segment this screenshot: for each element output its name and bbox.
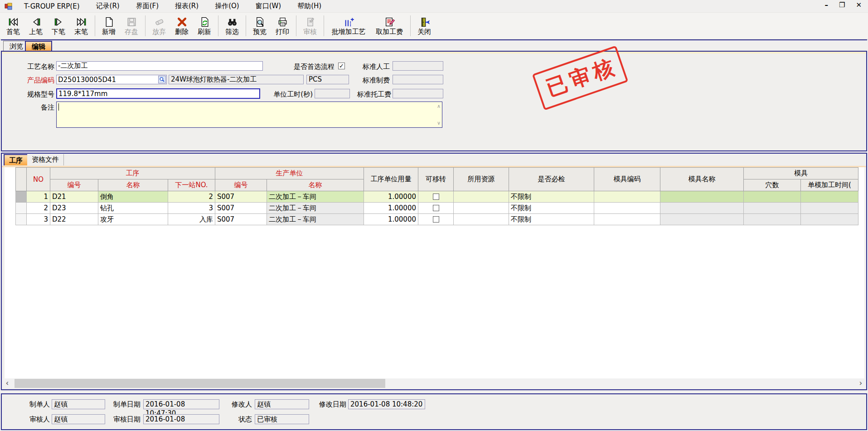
cell-must-check[interactable]: 不限制 xyxy=(509,203,594,214)
col-must-check[interactable]: 是否必检 xyxy=(509,168,594,191)
table-row[interactable]: 2 D23 钻孔 3 S007 二次加工－车间 1.00000 不限制 xyxy=(16,203,858,214)
menu-window[interactable]: 窗口(W) xyxy=(256,2,281,10)
cell-unit-name[interactable]: 二次加工－车间 xyxy=(267,203,364,214)
cell-mold-code[interactable] xyxy=(594,203,660,214)
toolbar-new-button[interactable]: 新增 xyxy=(97,13,120,39)
row-selector[interactable] xyxy=(16,214,27,225)
product-lookup-button[interactable] xyxy=(158,76,166,83)
toolbar-delete-button[interactable]: 删除 xyxy=(170,13,193,39)
cell-mold-code[interactable] xyxy=(594,191,660,203)
cell-movable[interactable] xyxy=(418,203,454,214)
cell-op-code[interactable]: D21 xyxy=(50,191,98,203)
toolbar-filter-button[interactable]: 筛选 xyxy=(221,13,243,39)
table-row[interactable]: 3 D22 攻牙 入库 S007 二次加工－车间 1.00000 不限制 xyxy=(16,214,858,225)
cell-mold-name[interactable] xyxy=(660,214,744,225)
cell-resource[interactable] xyxy=(454,203,509,214)
cell-unit-code[interactable]: S007 xyxy=(215,191,267,203)
preferred-flow-checkbox[interactable] xyxy=(338,63,345,69)
cell-resource[interactable] xyxy=(454,191,509,203)
row-selector[interactable] xyxy=(16,203,27,214)
movable-checkbox[interactable] xyxy=(433,216,439,223)
menu-interface[interactable]: 界面(F) xyxy=(136,2,159,10)
cell-mold-time[interactable] xyxy=(801,203,858,214)
cell-unit-name[interactable]: 二次加工－车间 xyxy=(267,191,364,203)
cell-no[interactable]: 3 xyxy=(27,214,50,225)
menu-operation[interactable]: 操作(O) xyxy=(215,2,239,10)
col-movable[interactable]: 可移转 xyxy=(418,168,454,191)
tab-process[interactable]: 工序 xyxy=(4,154,28,165)
col-resource[interactable]: 所用资源 xyxy=(454,168,509,191)
cell-unit-name[interactable]: 二次加工－车间 xyxy=(267,214,364,225)
cell-cavity[interactable] xyxy=(744,203,801,214)
menu-app[interactable]: T-GROUP ERP(E) xyxy=(24,2,80,10)
scroll-left-icon[interactable]: ‹ xyxy=(3,378,12,388)
minimize-button[interactable]: – xyxy=(824,1,828,9)
cell-mold-time[interactable] xyxy=(801,214,858,225)
cell-next[interactable]: 入库 xyxy=(168,214,215,225)
product-code-input[interactable] xyxy=(56,75,167,84)
col-unit-code[interactable]: 编号 xyxy=(215,179,267,191)
cell-no[interactable]: 2 xyxy=(27,203,50,214)
toolbar-print-button[interactable]: 打印 xyxy=(271,13,294,39)
cell-qty[interactable]: 1.00000 xyxy=(364,203,418,214)
cell-op-name[interactable]: 攻牙 xyxy=(98,214,168,225)
horizontal-scrollbar[interactable]: ‹ › xyxy=(3,378,865,388)
cell-op-name[interactable]: 钻孔 xyxy=(98,203,168,214)
cell-cavity[interactable] xyxy=(744,191,801,203)
toolbar-preview-button[interactable]: 预览 xyxy=(248,13,271,39)
cell-must-check[interactable]: 不限制 xyxy=(509,214,594,225)
col-mold-name[interactable]: 模具名称 xyxy=(660,168,744,191)
cell-unit-code[interactable]: S007 xyxy=(215,203,267,214)
toolbar-first-record-button[interactable]: 首笔 xyxy=(2,13,24,39)
movable-checkbox[interactable] xyxy=(433,205,439,211)
cell-unit-code[interactable]: S007 xyxy=(215,214,267,225)
scroll-down-icon[interactable]: ∨ xyxy=(437,121,441,126)
toolbar-batch-add-process-button[interactable]: 批增加工艺 xyxy=(326,13,371,39)
scroll-up-icon[interactable]: ∧ xyxy=(437,104,441,109)
remarks-textarea[interactable] xyxy=(57,102,435,127)
tab-edit[interactable]: 编辑 xyxy=(25,41,52,52)
col-qty[interactable]: 工序单位用量 xyxy=(364,168,418,191)
col-no[interactable]: NO xyxy=(27,168,50,191)
cell-mold-name[interactable] xyxy=(660,191,744,203)
cell-mold-time[interactable] xyxy=(801,191,858,203)
scrollbar-thumb[interactable] xyxy=(15,379,385,388)
menu-record[interactable]: 记录(R) xyxy=(96,2,120,10)
menu-report[interactable]: 报表(R) xyxy=(175,2,199,10)
cell-movable[interactable] xyxy=(418,214,454,225)
cell-op-name[interactable]: 倒角 xyxy=(98,191,168,203)
toolbar-last-record-button[interactable]: 末笔 xyxy=(70,13,92,39)
cell-op-code[interactable]: D23 xyxy=(50,203,98,214)
toolbar-next-record-button[interactable]: 下笔 xyxy=(47,13,70,39)
restore-button[interactable]: ❐ xyxy=(839,1,845,9)
row-selector[interactable] xyxy=(16,191,27,203)
toolbar-prev-record-button[interactable]: 上笔 xyxy=(24,13,47,39)
toolbar-get-processing-fee-button[interactable]: 取加工费 xyxy=(371,13,408,39)
cell-resource[interactable] xyxy=(454,214,509,225)
cell-must-check[interactable]: 不限制 xyxy=(509,191,594,203)
col-mold-time[interactable]: 单模加工时间( xyxy=(801,179,858,191)
col-cavity[interactable]: 穴数 xyxy=(744,179,801,191)
spec-input[interactable] xyxy=(56,88,260,99)
col-next-station[interactable]: 下一站NO. xyxy=(168,179,215,191)
toolbar-close-button[interactable]: 关闭 xyxy=(413,13,436,39)
close-button[interactable]: ✕ xyxy=(856,1,862,9)
cell-mold-code[interactable] xyxy=(594,214,660,225)
col-unit-name[interactable]: 名称 xyxy=(267,179,364,191)
cell-qty[interactable]: 1.00000 xyxy=(364,191,418,203)
cell-next[interactable]: 2 xyxy=(168,191,215,203)
cell-next[interactable]: 3 xyxy=(168,203,215,214)
cell-no[interactable]: 1 xyxy=(27,191,50,203)
cell-cavity[interactable] xyxy=(744,214,801,225)
col-op-code[interactable]: 编号 xyxy=(50,179,98,191)
movable-checkbox[interactable] xyxy=(433,194,439,200)
tab-qualification-docs[interactable]: 资格文件 xyxy=(27,154,64,165)
menu-help[interactable]: 帮助(H) xyxy=(297,2,321,10)
toolbar-refresh-button[interactable]: 刷新 xyxy=(193,13,216,39)
cell-movable[interactable] xyxy=(418,191,454,203)
cell-op-code[interactable]: D22 xyxy=(50,214,98,225)
col-op-name[interactable]: 名称 xyxy=(98,179,168,191)
col-mold-code[interactable]: 模具编码 xyxy=(594,168,660,191)
scroll-right-icon[interactable]: › xyxy=(856,378,865,388)
cell-mold-name[interactable] xyxy=(660,203,744,214)
